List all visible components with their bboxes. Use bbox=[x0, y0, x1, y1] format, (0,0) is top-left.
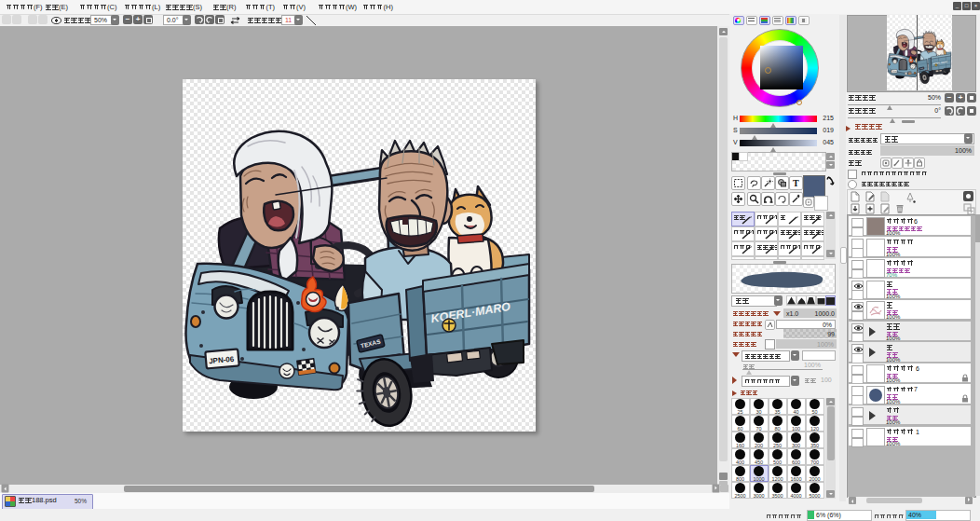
svg-text:T: T bbox=[793, 178, 799, 188]
